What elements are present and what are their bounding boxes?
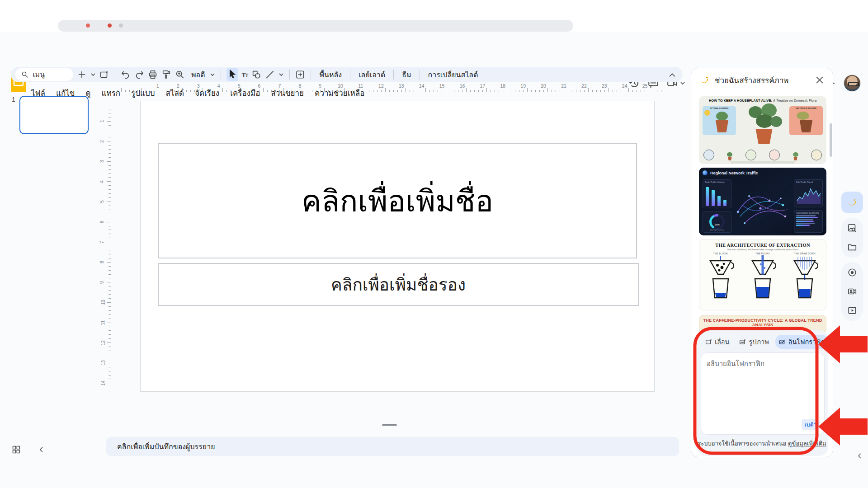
segments-card: Top Network Segments	[794, 210, 823, 233]
account-avatar[interactable]	[844, 75, 861, 92]
beta-badge: เบต้า	[802, 419, 820, 430]
slide-number: 1	[12, 96, 15, 103]
slide-canvas[interactable]: คลิกเพื่อเพิ่มชื่อ คลิกเพื่อเพิ่มชื่อรอง	[140, 101, 655, 392]
side-rail	[841, 192, 863, 321]
menu-search[interactable]	[15, 68, 73, 81]
insert-comment-icon[interactable]	[295, 70, 305, 80]
cursor-icon	[227, 69, 237, 79]
rail-group-media	[841, 218, 863, 258]
textbox-tool[interactable]: TT	[242, 71, 248, 79]
banana-sparkle-icon	[847, 197, 857, 207]
speaker-notes-placeholder: คลิกเพื่อเพิ่มบันทึกของผู้บรรยาย	[117, 441, 215, 452]
rail-create-image[interactable]	[841, 192, 863, 213]
prompt-box: เบต้า	[701, 352, 825, 435]
learn-more-link[interactable]: ดูข้อมูลเพิ่มเติม	[788, 440, 826, 447]
divider	[311, 70, 311, 80]
new-slide-icon[interactable]	[77, 70, 87, 80]
folder-icon[interactable]	[847, 242, 857, 252]
tab-dot	[86, 23, 90, 28]
undo-icon[interactable]	[121, 70, 131, 80]
collapse-filmstrip-icon[interactable]	[37, 445, 46, 454]
print-icon[interactable]	[148, 70, 158, 80]
grid-view-icon[interactable]	[12, 445, 21, 454]
generated-image-houseplant[interactable]: HOW TO KEEP A HOUSEPLANT ALIVE: A Treati…	[699, 96, 826, 164]
transition-button[interactable]: การเปลี่ยนสไลด์	[425, 68, 481, 82]
extraction-stage-pours: THE POURS	[744, 253, 782, 302]
zoom-fit-select[interactable]: พอดี	[189, 68, 215, 82]
shape-tool-icon[interactable]	[251, 70, 261, 80]
extraction-stage-bloom: THE BLOOM	[702, 253, 740, 302]
panel-title: ช่วยฉันสร้างสรรค์ภาพ	[715, 74, 809, 86]
divider	[289, 70, 290, 80]
chip-infographic[interactable]: อินโฟกราฟิก	[775, 335, 828, 349]
main-toolbar: พอดี TT พื้นหลัง เลย์เอาต์ ธีม การเปลี่ย…	[11, 67, 683, 82]
houseplant-caption	[731, 161, 795, 164]
houseplant-left-panel: OPTIMAL LIGHTING	[703, 106, 736, 135]
speaker-notes[interactable]: คลิกเพื่อเพิ่มบันทึกของผู้บรรยาย	[106, 437, 679, 456]
prompt-input[interactable]	[701, 353, 824, 416]
collapse-panel-icon[interactable]	[856, 452, 864, 460]
panel-scrollbar[interactable]	[830, 123, 832, 157]
image-plus-icon	[739, 338, 746, 346]
google-slides-app: งานนำเสนอไม่มีชื่อ ไฟล์ แก้ไข ดู แทรก รู…	[0, 0, 868, 488]
houseplant-bottom-diagrams	[703, 150, 822, 160]
slide-thumbnail[interactable]	[19, 96, 89, 134]
divider	[420, 70, 420, 80]
title-placeholder-text: คลิกเพื่อเพิ่มชื่อ	[302, 177, 493, 225]
theme-button[interactable]: ธีม	[399, 68, 414, 82]
divider	[393, 70, 394, 80]
line-tool-dropdown-icon[interactable]	[278, 72, 284, 77]
banana-sparkle-icon	[699, 75, 709, 85]
mode-chips: เลื่อน รูปภาพ อินโฟกราฟิก	[701, 335, 825, 352]
search-icon	[21, 70, 29, 79]
chevron-down-icon	[680, 80, 685, 86]
camera-person-icon[interactable]	[847, 286, 857, 296]
new-slide-dropdown-icon[interactable]	[90, 72, 96, 77]
title-placeholder-box[interactable]: คลิกเพื่อเพิ่มชื่อ	[158, 143, 637, 258]
network-map	[733, 180, 792, 230]
tab-dot	[108, 23, 112, 28]
paint-format-icon[interactable]	[161, 70, 171, 80]
houseplant-right-panel: FACTORS IN DECLINE	[789, 106, 823, 135]
app-header: งานนำเสนอไม่มีชื่อ ไฟล์ แก้ไข ดู แทรก รู…	[0, 32, 868, 67]
chip-slide[interactable]: เลื่อน	[702, 335, 733, 349]
templates-icon[interactable]	[99, 70, 109, 80]
notes-resize-handle[interactable]	[382, 424, 397, 426]
menu-search-input[interactable]	[33, 70, 64, 79]
collapse-toolbar-icon[interactable]	[667, 70, 677, 80]
vertical-ruler: 1234567891011121314	[100, 101, 111, 394]
background-button[interactable]: พื้นหลัง	[316, 68, 344, 82]
chevron-down-icon	[210, 72, 215, 77]
divider	[221, 70, 221, 80]
image-search-icon[interactable]	[847, 223, 857, 233]
browser-tabstrip	[58, 20, 573, 32]
network-title: Regional Network Traffic	[710, 171, 758, 175]
fit-label: พอดี	[189, 68, 208, 82]
generated-image-network[interactable]: Regional Network Traffic Peak Traffic Vo…	[699, 168, 826, 235]
panel-disclaimer: ระบบอาจใช้เนื้อหาของงานนำเสนอ ดูข้อมูลเพ…	[691, 439, 833, 448]
layout-button[interactable]: เลย์เอาต์	[356, 68, 388, 82]
peak-traffic-card: Peak Traffic Volume	[703, 179, 731, 208]
play-box-icon[interactable]	[847, 305, 857, 315]
horizontal-ruler: 1234567891011121314151617181920212223242…	[113, 83, 674, 93]
chart-sparkle-icon	[779, 338, 786, 346]
subtitle-placeholder-text: คลิกเพื่อเพิ่มชื่อรอง	[331, 271, 466, 298]
select-tool[interactable]	[226, 68, 238, 81]
redo-icon[interactable]	[134, 70, 144, 80]
divider	[115, 70, 115, 80]
prompt-section: เลื่อน รูปภาพ อินโฟกราฟิก เบต้า	[697, 330, 828, 456]
subtitle-placeholder-box[interactable]: คลิกเพื่อเพิ่มชื่อรอง	[158, 263, 639, 306]
tab-dot	[119, 23, 123, 28]
houseplant-title: HOW TO KEEP A HOUSEPLANT ALIVE:	[709, 99, 772, 103]
record-icon[interactable]	[847, 267, 857, 277]
divider	[350, 70, 350, 80]
traffic-trend-card: 24h Traffic Trend	[794, 179, 823, 207]
zoom-icon[interactable]	[175, 70, 185, 80]
generated-image-extraction[interactable]: THE ARCHITECTURE OF EXTRACTION How time,…	[699, 239, 826, 310]
line-tool-icon[interactable]	[265, 70, 275, 80]
close-panel-icon[interactable]	[815, 75, 825, 85]
rail-group-record	[841, 262, 863, 321]
chip-image[interactable]: รูปภาพ	[736, 335, 772, 349]
slide-plus-icon	[705, 338, 712, 346]
browser-remnant	[0, 0, 868, 32]
